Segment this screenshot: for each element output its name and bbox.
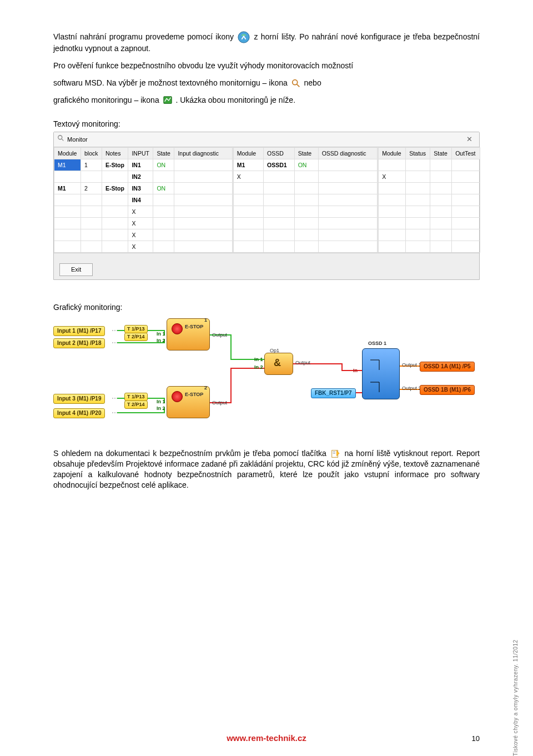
and-symbol: & <box>274 358 281 368</box>
table-row <box>379 159 480 171</box>
svg-line-5 <box>62 139 64 141</box>
table-header-row: Module OSSD State OSSD diagnostic <box>233 148 377 159</box>
table-row: X <box>54 218 233 229</box>
svg-point-4 <box>58 136 62 139</box>
cell: 2 <box>81 183 102 194</box>
output-text: Output <box>295 359 310 366</box>
estop-label: E-STOP <box>185 392 203 397</box>
table-row <box>379 206 480 218</box>
output-text: Output <box>212 399 227 406</box>
report-icon <box>330 449 340 459</box>
table-status: Module Status State OutTest X <box>378 147 480 253</box>
cell: E-Stop <box>102 159 128 171</box>
estop-block-2: 2 E-STOP <box>167 386 210 418</box>
block-number: 1 <box>204 318 207 323</box>
estop-button-icon <box>172 323 183 334</box>
cell: X <box>128 241 153 253</box>
table-header-row: Module Status State OutTest <box>379 148 480 159</box>
paragraph-1: Vlastní nahrání programu provedeme pomoc… <box>53 31 480 54</box>
cell: 1 <box>81 159 102 171</box>
in1-label: In 1 <box>254 356 263 363</box>
table-row <box>233 218 377 229</box>
tlabel-2: T 2/P14 <box>124 333 148 341</box>
col-diag: OSSD diagnostic <box>318 148 378 159</box>
text-segment: S ohledem na dokumentaci k bezpečnostním… <box>53 449 329 458</box>
estop-button-icon <box>172 391 183 402</box>
table-row <box>233 194 377 206</box>
col-state: State <box>153 148 174 159</box>
col-block: block <box>81 148 102 159</box>
table-row <box>379 183 480 194</box>
page-number: 10 <box>472 734 480 744</box>
table-ossd: Module OSSD State OSSD diagnostic M1 OSS… <box>233 147 378 253</box>
table-row <box>233 229 377 241</box>
table-row <box>233 241 377 253</box>
col-module: Module <box>54 148 81 159</box>
cell: IN4 <box>128 194 153 206</box>
cell: X <box>128 218 153 229</box>
tlabel-3: T 1/P13 <box>124 393 148 401</box>
input4-label: Input 4 (M1) /P20 <box>53 408 105 418</box>
table-row: X <box>233 171 377 183</box>
col-status: Status <box>406 148 430 159</box>
ossd-block: OSSD 1 <box>362 348 400 399</box>
table-row <box>379 218 480 229</box>
col-diag: Input diagnostic <box>174 148 232 159</box>
cell: X <box>128 206 153 218</box>
cell-state-on: ON <box>153 183 174 194</box>
cell: IN2 <box>128 171 153 183</box>
tlabel-4: T 2/P14 <box>124 400 148 409</box>
cell: OSSD1 <box>264 159 295 171</box>
cell: X <box>379 171 406 183</box>
monitor-window: Monitor ✕ Module block Notes INPUT State… <box>53 132 480 280</box>
table-row: X <box>379 171 480 183</box>
paragraph-4: grafického monitoringu – ikona . Ukázka … <box>53 95 480 106</box>
col-state: State <box>294 148 318 159</box>
table-row <box>233 206 377 218</box>
cell: IN3 <box>128 183 153 194</box>
estop-label: E-STOP <box>185 324 203 329</box>
paragraph-5: S ohledem na dokumentaci k bezpečnostním… <box>53 448 480 490</box>
tlabel-1: T 1/P13 <box>124 325 148 333</box>
svg-point-0 <box>238 32 249 43</box>
cell[interactable]: M1 <box>54 159 81 171</box>
table-row: IN4 <box>54 194 233 206</box>
col-module: Module <box>379 148 406 159</box>
op1-label: Op1 <box>270 347 279 354</box>
monitor-tables: Module block Notes INPUT State Input dia… <box>54 147 479 253</box>
text-segment: Vlastní nahrání programu provedeme pomoc… <box>53 32 237 41</box>
input3-label: Input 3 (M1) /P19 <box>53 394 105 404</box>
output1-text: Output 1 <box>402 362 421 368</box>
and-block: & <box>264 353 293 375</box>
cell <box>174 159 232 171</box>
col-notes: Notes <box>102 148 128 159</box>
col-outtest: OutTest <box>452 148 480 159</box>
in2-label: In 2 <box>254 364 263 371</box>
in1-label: In 1 <box>157 398 165 405</box>
ossd1a-output: OSSD 1A (M1) /P5 <box>420 362 475 372</box>
cell: IN1 <box>128 159 153 171</box>
table-row: M1 2 E-Stop IN3 ON <box>54 183 233 194</box>
in2-label: In 2 <box>157 405 165 412</box>
col-input: INPUT <box>128 148 153 159</box>
paragraph-3: softwaru MSD. Na výběr je možnost textov… <box>53 78 480 88</box>
in-label: In <box>353 367 358 374</box>
cell-state-on: ON <box>294 159 318 171</box>
text-monitor-icon <box>291 78 301 88</box>
cell: M1 <box>54 183 81 194</box>
exit-button[interactable]: Exit <box>59 263 93 276</box>
svg-point-1 <box>292 80 297 85</box>
cell: X <box>128 229 153 241</box>
table-row: X <box>54 229 233 241</box>
text-segment: . Ukázka obou monitoringů je níže. <box>175 96 295 104</box>
in2-label: In 2 <box>157 337 165 344</box>
table-row <box>379 241 480 253</box>
paragraph-2: Pro ověření funkce bezpečnostního obvodu… <box>53 61 480 71</box>
monitor-footer: Exit <box>54 253 479 279</box>
close-icon[interactable]: ✕ <box>463 134 476 144</box>
cell: M1 <box>233 159 263 171</box>
table-row <box>379 194 480 206</box>
cell: E-Stop <box>102 183 128 194</box>
table-row: IN2 <box>54 171 233 183</box>
input2-label: Input 2 (M1) /P18 <box>53 338 105 348</box>
